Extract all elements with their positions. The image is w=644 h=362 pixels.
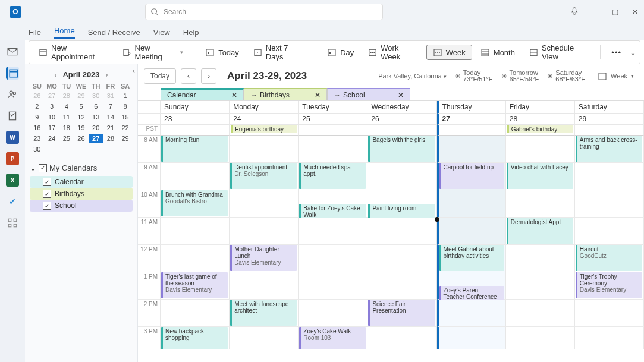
tab-calendar[interactable]: Calendar✕ <box>161 88 244 100</box>
time-cell[interactable] <box>299 245 367 272</box>
mini-day[interactable]: 14 <box>103 112 118 122</box>
calendar-event[interactable]: HaircutGoodCutz <box>576 245 642 271</box>
calendar-event[interactable]: Meet with landscape architect <box>230 300 297 326</box>
time-cell[interactable] <box>299 272 367 300</box>
allday-event[interactable]: Eugenia's birthday <box>231 125 297 133</box>
mini-day[interactable]: 15 <box>118 112 133 122</box>
calendar-event[interactable]: Mother-Daughter LunchDavis Elementary <box>230 245 297 271</box>
word-icon[interactable]: W <box>6 131 19 144</box>
day-button[interactable]: Day <box>321 45 360 59</box>
time-cell[interactable] <box>161 245 230 272</box>
calendar-event[interactable]: Dermatologist Appt <box>507 218 573 244</box>
time-cell[interactable]: Carpool for fieldtrip <box>437 163 506 190</box>
time-cell[interactable] <box>299 218 367 245</box>
time-cell[interactable] <box>506 272 575 300</box>
mini-day[interactable]: 7 <box>103 102 118 111</box>
mini-day[interactable]: 8 <box>118 102 133 111</box>
calendar-item-calendar[interactable]: ✓Calendar <box>30 176 133 188</box>
day-number[interactable]: 23 <box>161 114 230 125</box>
time-cell[interactable] <box>437 136 506 163</box>
time-cell[interactable] <box>437 218 506 245</box>
mini-day[interactable]: 19 <box>74 123 89 133</box>
calendar-event[interactable]: Dentist appointmentDr. Selegson <box>230 163 297 189</box>
tasks-icon[interactable] <box>6 109 19 122</box>
time-cell[interactable] <box>230 136 299 163</box>
ribbon-expand-icon[interactable]: ⌄ <box>630 48 636 57</box>
time-cell[interactable] <box>367 327 436 349</box>
today-button[interactable]: Today <box>199 45 245 59</box>
calendar-event[interactable]: Tiger's last game of the seasonDavis Ele… <box>161 272 228 298</box>
mini-day[interactable]: 1 <box>118 91 133 100</box>
maximize-button[interactable]: ▢ <box>611 8 619 16</box>
calendar-icon[interactable] <box>6 67 19 80</box>
calendar-event[interactable]: Meet Gabriel about birthday activities <box>439 245 504 271</box>
day-number[interactable]: 27 <box>437 114 506 125</box>
time-cell[interactable] <box>575 190 644 218</box>
mini-day[interactable]: 11 <box>59 112 74 122</box>
todo-icon[interactable]: ✔ <box>6 195 19 208</box>
calendar-event[interactable]: Brunch with GrandmaGoodall's Bistro <box>161 190 228 216</box>
close-icon[interactable]: ✕ <box>231 91 237 99</box>
new-appointment-button[interactable]: New Appointment <box>33 41 114 64</box>
week-button[interactable]: Week <box>426 45 472 60</box>
time-cell[interactable] <box>575 300 644 327</box>
time-cell[interactable] <box>367 163 436 190</box>
mini-prev[interactable]: ‹ <box>54 70 56 79</box>
mini-day[interactable]: 22 <box>118 123 133 133</box>
my-calendars-header[interactable]: ⌄ ✓ My Calendars <box>30 163 133 172</box>
mini-day[interactable]: 28 <box>103 134 118 143</box>
mini-day[interactable]: 16 <box>30 123 45 133</box>
allday-cell[interactable]: Eugenia's birthday <box>230 125 299 136</box>
time-cell[interactable]: Meet with landscape architect <box>230 300 299 327</box>
time-cell[interactable]: Dentist appointmentDr. Selegson <box>230 163 299 190</box>
mini-day[interactable]: 21 <box>103 123 118 133</box>
mini-day[interactable]: 25 <box>59 134 74 143</box>
next7-button[interactable]: 7Next 7 Days <box>247 41 311 64</box>
calendar-item-school[interactable]: ✓School <box>30 200 133 212</box>
view-selector[interactable]: Week ▾ <box>593 69 638 83</box>
day-number[interactable]: 26 <box>367 114 436 125</box>
mini-day[interactable]: 9 <box>30 112 45 122</box>
time-cell[interactable]: Brunch with GrandmaGoodall's Bistro <box>161 190 230 218</box>
time-cell[interactable]: Much needed spa appt. <box>299 163 367 190</box>
mini-day[interactable]: 12 <box>74 112 89 122</box>
calendar-event[interactable]: Bagels with the girls <box>368 136 435 162</box>
powerpoint-icon[interactable]: P <box>6 152 19 165</box>
close-icon[interactable]: ✕ <box>315 91 321 99</box>
time-cell[interactable] <box>299 300 367 327</box>
allday-cell[interactable]: Gabriel's birthday <box>506 125 575 136</box>
mini-day[interactable]: 29 <box>74 91 89 100</box>
time-cell[interactable]: New backpack shopping <box>161 327 230 349</box>
close-button[interactable]: ✕ <box>631 8 639 16</box>
time-cell[interactable] <box>230 327 299 349</box>
new-meeting-button[interactable]: New Meeting ▾ <box>117 41 190 64</box>
menu-file[interactable]: File <box>29 28 41 37</box>
time-cell[interactable] <box>575 163 644 190</box>
time-cell[interactable] <box>437 327 506 349</box>
time-cell[interactable]: Video chat with Lacey <box>506 163 575 190</box>
mini-day[interactable]: 28 <box>59 91 74 100</box>
mini-day[interactable]: 5 <box>74 102 89 111</box>
calendar-event[interactable]: Much needed spa appt. <box>299 163 366 189</box>
mini-day[interactable]: 26 <box>30 91 45 100</box>
menu-send-receive[interactable]: Send / Receive <box>88 28 140 37</box>
minimize-button[interactable]: — <box>590 8 599 16</box>
time-cell[interactable] <box>575 327 644 349</box>
tab-birthdays[interactable]: Birthdays✕ <box>244 88 327 100</box>
excel-icon[interactable]: X <box>6 174 19 187</box>
collapse-sidebar-icon[interactable]: ‹ <box>133 67 135 75</box>
checkbox[interactable]: ✓ <box>43 178 51 186</box>
time-cell[interactable]: Mother-Daughter LunchDavis Elementary <box>230 245 299 272</box>
mini-day[interactable]: 20 <box>89 123 103 133</box>
mycals-checkbox[interactable]: ✓ <box>39 164 47 172</box>
workweek-button[interactable]: Work Week <box>362 41 424 64</box>
time-cell[interactable] <box>506 190 575 218</box>
time-cell[interactable] <box>299 136 367 163</box>
more-apps-icon[interactable] <box>6 216 19 229</box>
day-number[interactable]: 24 <box>230 114 299 125</box>
tab-school[interactable]: School✕ <box>327 88 410 100</box>
day-number[interactable]: 25 <box>299 114 367 125</box>
time-cell[interactable]: Bake for Zoey's Cake Walk <box>299 190 367 218</box>
mail-icon[interactable] <box>6 45 19 58</box>
schedule-view-button[interactable]: Schedule View <box>523 41 595 64</box>
